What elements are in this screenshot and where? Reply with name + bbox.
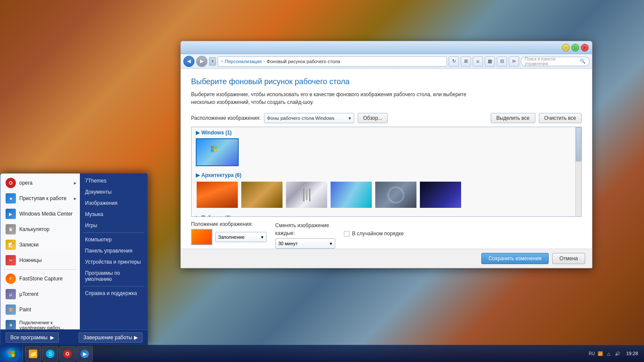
refresh-button[interactable]: ↻ [449,56,459,67]
start-menu-right-music[interactable]: Музыка [80,209,148,220]
opera-icon: O [6,178,16,188]
taskbar-item-wmc[interactable]: ▶ [76,346,93,362]
start-menu-item-faststone[interactable]: F FastStone Capture [0,271,80,286]
shuffle-checkbox[interactable] [344,231,349,237]
all-programs-button[interactable]: Все программы ▶ [6,332,59,343]
wallpaper-item-arch6[interactable] [419,181,462,209]
close-button[interactable]: ✕ [581,44,589,52]
start-menu-right-docs[interactable]: Документы [80,186,148,198]
explorer-icon: 📁 [29,350,37,358]
scrollbar-thumb[interactable] [576,127,581,161]
wallpaper-item-arch4[interactable] [330,181,373,209]
shutdown-arrow-icon: ▶ [134,335,138,341]
start-menu-item-utorrent[interactable]: µ µTorrent [0,286,80,302]
wallpaper-item-arch5[interactable] [374,181,417,209]
opera-taskbar-icon: O [63,350,72,358]
wallpaper-item-windows[interactable] [196,138,239,166]
minimize-button[interactable]: – [562,44,570,52]
start-item-label-calculator: Калькулятор [19,226,49,232]
wallpaper-item-arch1[interactable] [196,181,239,209]
wallpaper-thumbnail-arch6 [420,182,461,208]
wallpaper-group-header-windows[interactable]: ▶ Windows (1) [196,129,571,137]
tray-speaker-icon[interactable]: 🔊 [614,350,621,357]
start-item-label-getstarted: Приступая к работе [19,195,67,201]
page-description: Выберите изображение, чтобы использовать… [191,91,492,106]
right-item-label-help: Справка и поддержка [85,290,137,296]
position-select[interactable]: Заполнение ▾ [215,232,267,242]
wallpaper-group-header-landscapes[interactable]: ▶ Пейзажи (6) [196,214,571,217]
start-menu-item-notes[interactable]: 📝 Записки [0,237,80,252]
search-icon: 🔍 [580,58,586,64]
cancel-button[interactable]: Отмена [552,253,585,264]
start-menu-item-calculator[interactable]: 🖩 Калькулятор [0,222,80,237]
wallpaper-thumbnail-arch3 [286,182,327,208]
start-menu-right-images[interactable]: Изображения [80,198,148,209]
group-label-landscapes: Пейзажи (6) [201,215,231,217]
start-menu-item-rdp[interactable]: 🖥 Подключение к удалённому рабоч... [0,317,80,329]
start-menu-item-paint[interactable]: 🎨 Paint [0,302,80,317]
address-separator: » [221,59,223,64]
browse-button[interactable]: Обзор... [358,113,388,123]
right-item-label-games: Игры [85,222,97,228]
clock-time: 19:28 [626,350,638,356]
details-button[interactable]: ≡ [473,56,483,67]
start-menu-right-devices[interactable]: Устройства и принтеры [80,256,148,268]
tray-network-icon[interactable]: 📶 [597,350,604,357]
interval-value: 30 минут [278,241,298,246]
group-expand-icon-land: ▶ [196,215,200,217]
start-menu-item-scissors[interactable]: ✂ Ножницы [0,252,80,268]
start-menu-right-computer[interactable]: Компьютер [80,234,148,245]
save-button[interactable]: Сохранить изменения [481,253,549,264]
nav-dropdown[interactable]: ▾ [209,57,216,66]
getstarted-icon: ★ [6,193,16,204]
image-location-select[interactable]: Фоны рабочего стола Windows ▾ [264,113,354,123]
start-item-label-faststone: FastStone Capture [19,276,63,282]
clock[interactable]: 19:28 [623,350,641,357]
start-button[interactable] [0,345,23,362]
view-button[interactable]: ⊞ [461,56,471,67]
taskbar-item-skype[interactable]: S [42,346,58,362]
nav-button2[interactable]: ⊳ [509,56,519,67]
window-toolbar: ◀ ▶ ▾ » Персонализация › Фоновый рисунок… [181,54,592,69]
shutdown-button[interactable]: Завершение работы ▶ [79,332,143,343]
select-all-button[interactable]: Выделить все [491,113,535,123]
wallpaper-item-arch3[interactable] [285,181,328,209]
tray-icons: RU 📶 △ 🔊 [588,350,621,357]
position-dropdown-icon: ▾ [261,234,264,240]
search-box[interactable]: Поиск в панели управления 🔍 [521,57,589,66]
start-menu-item-getstarted[interactable]: ★ Приступая к работе [0,191,80,206]
address-part-personalization[interactable]: Персонализация [225,59,262,64]
start-menu-right-help[interactable]: Справка и поддержка [80,288,148,299]
image-location-value: Фоны рабочего стола Windows [267,116,334,121]
start-menu-right-defaults[interactable]: Программы по умолчанию [80,268,148,285]
maximize-button[interactable]: □ [571,44,579,52]
tray-arrow-icon[interactable]: △ [605,350,612,357]
start-menu-right-control[interactable]: Панель управления [80,245,148,256]
interval-select[interactable]: 30 минут ▾ [275,238,335,249]
clear-all-button[interactable]: Очистить все [539,113,582,123]
extra-button[interactable]: ⊟ [497,56,507,67]
change-row: 30 минут ▾ [275,238,335,249]
wallpaper-thumbnail-arch2 [241,182,283,208]
start-menu-item-opera[interactable]: O opera [0,175,80,191]
wallpaper-item-arch2[interactable] [240,181,283,209]
bottom-section: Положение изображения: Заполнение ▾ Смен… [191,221,582,249]
wallpaper-scrollbar[interactable] [575,127,581,216]
back-button[interactable]: ◀ [183,56,194,67]
shutdown-label: Завершение работы [83,335,132,341]
separator1 [4,269,76,270]
group-expand-icon: ▶ [196,130,200,136]
search-placeholder: Поиск в панели управления [525,57,578,66]
preview-button[interactable]: ▦ [485,56,495,67]
taskbar-item-opera[interactable]: O [59,346,76,362]
right-item-label-music: Музыка [85,211,103,217]
start-menu-item-wmc[interactable]: ▶ Windows Media Center [0,206,80,222]
forward-button[interactable]: ▶ [196,56,207,67]
dropdown-arrow-icon: ▾ [349,116,351,121]
start-menu-right-7themes[interactable]: 7Themes [80,175,148,186]
wmc-taskbar-icon: ▶ [80,350,89,358]
position-section: Положение изображения: Заполнение ▾ [191,221,267,245]
wallpaper-group-header-architecture[interactable]: ▶ Архитектура (6) [196,171,571,179]
start-menu-right-games[interactable]: Игры [80,220,148,231]
taskbar-item-explorer[interactable]: 📁 [25,346,41,362]
